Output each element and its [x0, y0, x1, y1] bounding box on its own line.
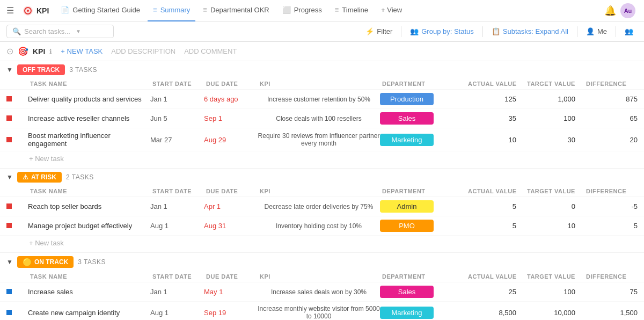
- toolbar-divider-2: [482, 26, 483, 37]
- task-kpi-description: Inventory holding cost by 10%: [258, 222, 380, 230]
- toolbar: 🔍 Search tasks... ▼ ⚡ Filter 👥 Group by:…: [0, 21, 644, 42]
- task-kpi-description: Increase sales deals won by 30%: [258, 288, 380, 296]
- me-button[interactable]: 👤 Me: [582, 25, 611, 38]
- section-count-at-risk: 2 TASKS: [66, 173, 94, 181]
- filter-icon: ⚡: [365, 27, 374, 35]
- new-task-link[interactable]: + New task: [29, 239, 64, 247]
- column-headers: Task NameStart DateDue DateKPIDepartment…: [0, 186, 644, 197]
- column-header: KPI: [258, 188, 380, 194]
- section-header-on-track[interactable]: ▼🟡 ON TRACK3 TASKS: [0, 253, 644, 271]
- bullet-icon: 🟡: [23, 258, 32, 266]
- subtasks-button[interactable]: 📋 Subtasks: Expand All: [487, 25, 573, 38]
- subtasks-icon: 📋: [492, 27, 500, 35]
- task-kpi-description: Increase monthly website visitor from 50…: [258, 305, 380, 319]
- column-header: Department: [380, 188, 466, 194]
- info-icon[interactable]: ℹ: [49, 48, 52, 55]
- table-row[interactable]: Increase active reseller channelsJun 5Se…: [0, 109, 644, 128]
- task-color-dot: [6, 203, 12, 209]
- task-actual-value: 5: [466, 202, 525, 210]
- status-badge-off-track: OFF TRACK: [17, 64, 65, 75]
- chevron-down-icon[interactable]: ▼: [6, 66, 13, 74]
- notifications-icon[interactable]: 🔔: [604, 5, 616, 17]
- task-due-date: May 1: [204, 288, 258, 296]
- new-task-link[interactable]: + NEW TASK: [61, 47, 103, 55]
- tab-timeline[interactable]: ≡ Timeline: [330, 0, 374, 21]
- task-name[interactable]: Deliver quality products and services: [28, 95, 150, 103]
- department-badge: Admin: [380, 200, 434, 213]
- group-by-button[interactable]: 👥 Group by: Status: [406, 25, 478, 38]
- toolbar-right: ⚡ Filter 👥 Group by: Status 📋 Subtasks: …: [361, 25, 638, 38]
- new-task-row: + New task: [0, 236, 644, 252]
- new-task-link[interactable]: + New task: [29, 155, 64, 163]
- search-chevron-icon: ▼: [76, 28, 81, 34]
- table-row[interactable]: Deliver quality products and servicesJan…: [0, 90, 644, 109]
- search-placeholder: Search tasks...: [24, 27, 70, 35]
- task-target-value: 1,000: [525, 95, 584, 103]
- task-name[interactable]: Manage project budget effectively: [28, 222, 150, 230]
- kpi-target-icon: 🎯: [18, 46, 28, 56]
- status-badge-on-track: 🟡 ON TRACK: [17, 256, 74, 268]
- tab-getting-started[interactable]: 📄 Getting Started Guide: [55, 0, 145, 21]
- task-start-date: Jun 5: [150, 114, 204, 122]
- tab-departmental-okr[interactable]: ≡ Departmental OKR: [197, 0, 274, 21]
- column-header: [6, 273, 28, 280]
- kpi-page-title: KPI: [33, 47, 45, 56]
- table-row[interactable]: Increase salesJan 1May 1Increase sales d…: [0, 282, 644, 302]
- tab-progress[interactable]: ⬜ Progress: [277, 0, 327, 21]
- section-header-off-track[interactable]: ▼OFF TRACK3 TASKS: [0, 61, 644, 78]
- task-name[interactable]: Boost marketing influencer engagement: [28, 132, 150, 148]
- task-actual-value: 35: [466, 114, 525, 122]
- table-row[interactable]: Reach top seller boardsJan 1Apr 1Decreas…: [0, 197, 644, 216]
- department-badge: Marketing: [380, 307, 434, 319]
- table-row[interactable]: Create new campaign identityAug 1Sep 19I…: [0, 302, 644, 319]
- task-name[interactable]: Create new campaign identity: [28, 309, 150, 317]
- task-start-date: Jan 1: [150, 288, 204, 296]
- task-name[interactable]: Increase active reseller channels: [28, 114, 150, 122]
- search-box[interactable]: 🔍 Search tasks... ▼: [6, 25, 114, 38]
- task-due-date: Sep 19: [204, 309, 258, 317]
- column-header: Department: [380, 81, 466, 87]
- filter-button[interactable]: ⚡ Filter: [361, 25, 397, 38]
- add-comment-link[interactable]: ADD COMMENT: [184, 47, 237, 55]
- departmental-icon: ≡: [203, 6, 207, 14]
- column-header: [6, 188, 28, 194]
- task-target-value: 30: [525, 136, 584, 144]
- menu-icon[interactable]: ☰: [4, 3, 16, 18]
- task-name[interactable]: Reach top seller boards: [28, 202, 150, 210]
- task-kpi-description: Require 30 reviews from influencer partn…: [258, 132, 380, 147]
- column-header: Actual Value: [466, 273, 525, 280]
- table-row[interactable]: Boost marketing influencer engagementMar…: [0, 128, 644, 151]
- add-description-link[interactable]: ADD DESCRIPTION: [111, 47, 175, 55]
- column-header: Actual Value: [466, 188, 525, 194]
- chevron-down-icon[interactable]: ▼: [6, 173, 13, 181]
- main-content: ▼OFF TRACK3 TASKSTask NameStart DateDue …: [0, 61, 644, 319]
- users-button[interactable]: 👥: [620, 25, 638, 38]
- tab-view[interactable]: + View: [376, 0, 407, 21]
- task-difference: 20: [584, 136, 638, 144]
- task-actual-value: 125: [466, 95, 525, 103]
- chevron-down-icon[interactable]: ▼: [6, 258, 13, 266]
- department-badge: Sales: [380, 112, 434, 125]
- column-header: Task Name: [28, 81, 150, 87]
- section-header-at-risk[interactable]: ▼⚠ AT RISK2 TASKS: [0, 169, 644, 186]
- back-icon[interactable]: ⊙: [6, 46, 13, 56]
- task-start-date: Jan 1: [150, 202, 204, 210]
- task-name[interactable]: Increase sales: [28, 288, 150, 296]
- column-header: Difference: [584, 81, 638, 87]
- tab-summary[interactable]: ≡ Summary: [148, 0, 195, 21]
- group-by-icon: 👥: [410, 27, 419, 35]
- section-off-track: ▼OFF TRACK3 TASKSTask NameStart DateDue …: [0, 61, 644, 169]
- nav-logo[interactable]: KPI: [18, 3, 53, 18]
- task-due-date: 6 days ago: [204, 95, 258, 103]
- avatar[interactable]: Au: [620, 3, 635, 18]
- table-row[interactable]: Manage project budget effectivelyAug 1Au…: [0, 216, 644, 236]
- task-target-value: 100: [525, 288, 584, 296]
- task-color-dot: [6, 310, 12, 315]
- warning-icon: ⚠: [23, 173, 28, 181]
- task-difference: -5: [584, 202, 638, 210]
- column-header: Due Date: [204, 188, 258, 194]
- task-difference: 75: [584, 288, 638, 296]
- task-color-dot: [6, 223, 12, 228]
- task-due-date: Aug 31: [204, 222, 258, 230]
- column-header: Difference: [584, 273, 638, 280]
